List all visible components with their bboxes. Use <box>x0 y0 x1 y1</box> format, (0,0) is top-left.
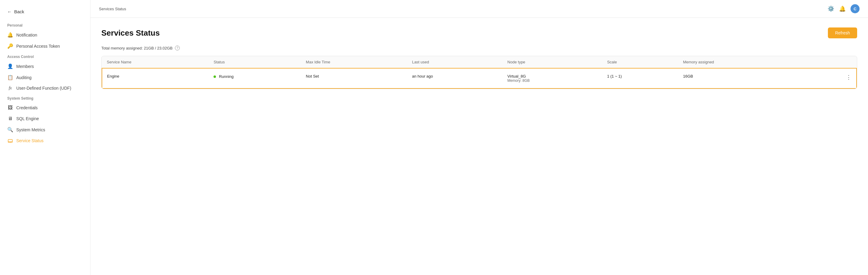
avatar[interactable]: C <box>850 4 860 13</box>
cell-service-name: Engine <box>102 68 209 88</box>
col-service-name: Service Name <box>102 56 209 68</box>
services-table-wrap: Service Name Status Max Idle Time Last u… <box>101 56 857 89</box>
sidebar-section-personal: Personal <box>0 20 90 29</box>
cell-node-type: Virtual_8G Memory: 8GB <box>502 68 602 88</box>
sidebar-item-label: User-Defined Function (UDF) <box>16 86 71 90</box>
sidebar-item-label: Personal Access Token <box>16 44 60 49</box>
sidebar-item-system-metrics[interactable]: 🔍 System Metrics <box>0 124 90 135</box>
page-content: Services Status Refresh Total memory ass… <box>91 18 868 275</box>
status-dot-icon <box>214 76 216 78</box>
sidebar-item-auditing[interactable]: 📋 Auditing <box>0 72 90 83</box>
cell-memory-assigned: 16GB <box>678 68 805 88</box>
page-title: Services Status <box>101 28 160 38</box>
cell-max-idle-time: Not Set <box>301 68 407 88</box>
sidebar-item-label: Notification <box>16 33 37 37</box>
sidebar-item-personal-access-token[interactable]: 🔑 Personal Access Token <box>0 40 90 52</box>
memory-text: Total memory assigned: 21GB / 23.02GB <box>101 46 173 50</box>
sidebar-section-system-setting: System Setting <box>0 93 90 102</box>
table-header-row: Service Name Status Max Idle Time Last u… <box>102 56 857 68</box>
bell-icon: 🔔 <box>7 32 13 38</box>
sidebar-item-credentials[interactable]: 🖼 Credentials <box>0 102 90 113</box>
person-icon: 👤 <box>7 63 13 69</box>
sidebar-item-label: Members <box>16 64 34 69</box>
sidebar-item-label: Auditing <box>16 75 32 80</box>
col-memory-assigned: Memory assigned <box>678 56 805 68</box>
service-name-value: Engine <box>107 74 119 79</box>
service-status-icon <box>7 138 13 143</box>
node-type-secondary: Memory: 8GB <box>507 79 597 83</box>
last-used-value: an hour ago <box>412 74 433 79</box>
function-icon: fx <box>7 86 13 90</box>
cell-more-actions: ⋮ <box>805 68 857 88</box>
services-table: Service Name Status Max Idle Time Last u… <box>102 56 857 89</box>
cell-scale: 1 (1 ~ 1) <box>602 68 678 88</box>
col-max-idle-time: Max Idle Time <box>301 56 407 68</box>
cell-last-used: an hour ago <box>407 68 502 88</box>
sidebar: ← Back Personal 🔔 Notification 🔑 Persona… <box>0 0 91 275</box>
help-icon[interactable]: ? <box>175 46 180 50</box>
col-status: Status <box>209 56 301 68</box>
sidebar-item-label: Service Status <box>16 138 43 143</box>
scale-value: 1 (1 ~ 1) <box>607 74 622 79</box>
sidebar-item-notification[interactable]: 🔔 Notification <box>0 29 90 40</box>
node-type-primary: Virtual_8G <box>507 74 597 79</box>
sidebar-item-members[interactable]: 👤 Members <box>0 61 90 72</box>
col-last-used: Last used <box>407 56 502 68</box>
memory-info: Total memory assigned: 21GB / 23.02GB ? <box>101 46 857 50</box>
credentials-icon: 🖼 <box>7 105 13 110</box>
breadcrumb: Services Status <box>99 7 126 11</box>
sidebar-item-udf[interactable]: fx User-Defined Function (UDF) <box>0 83 90 93</box>
metrics-icon: 🔍 <box>7 127 13 133</box>
col-scale: Scale <box>602 56 678 68</box>
main-content: Services Status ⚙️ 🔔 C Services Status R… <box>91 0 868 275</box>
settings-icon[interactable]: ⚙️ <box>828 5 834 12</box>
sidebar-item-service-status[interactable]: Service Status <box>0 135 90 146</box>
key-icon: 🔑 <box>7 43 13 49</box>
svg-rect-0 <box>8 139 12 142</box>
topbar-icons: ⚙️ 🔔 C <box>828 4 860 13</box>
sidebar-item-label: SQL Engine <box>16 116 39 121</box>
status-value: Running <box>219 74 234 79</box>
more-actions-button[interactable]: ⋮ <box>845 74 852 81</box>
notification-icon[interactable]: 🔔 <box>839 5 846 12</box>
col-node-type: Node type <box>502 56 602 68</box>
sidebar-item-label: System Metrics <box>16 128 45 132</box>
col-actions <box>805 56 857 68</box>
sidebar-item-sql-engine[interactable]: 🖥 SQL Engine <box>0 113 90 124</box>
sidebar-item-label: Credentials <box>16 105 38 110</box>
page-header: Services Status Refresh <box>101 27 857 38</box>
back-button[interactable]: ← Back <box>0 6 90 20</box>
topbar: Services Status ⚙️ 🔔 C <box>91 0 868 18</box>
cell-status: Running <box>209 68 301 88</box>
sidebar-section-access-control: Access Control <box>0 52 90 61</box>
back-arrow-icon: ← <box>7 9 12 14</box>
refresh-button[interactable]: Refresh <box>828 27 857 38</box>
monitor-icon: 🖥 <box>7 116 13 121</box>
memory-assigned-value: 16GB <box>683 74 693 79</box>
table-row: Engine Running Not Set an hour ago <box>102 68 857 88</box>
back-label: Back <box>14 9 24 14</box>
max-idle-time-value: Not Set <box>306 74 319 79</box>
audit-icon: 📋 <box>7 75 13 80</box>
